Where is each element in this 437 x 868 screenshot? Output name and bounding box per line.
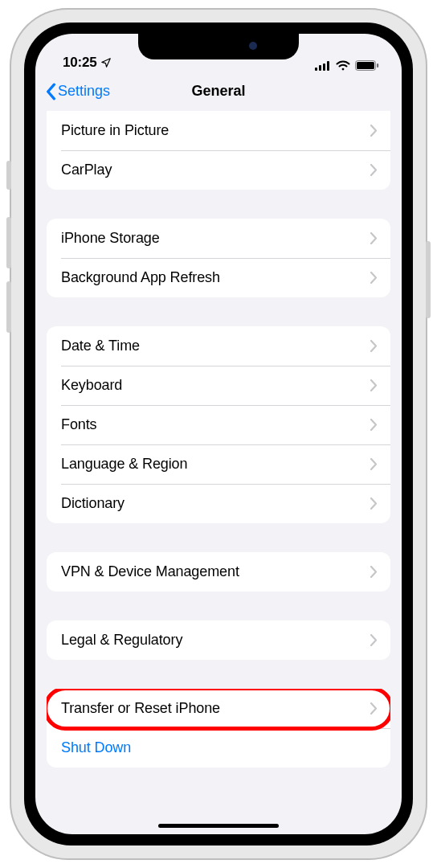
device-frame: 10:25 (10, 8, 427, 860)
settings-group: Date & Time Keyboard Fonts Language & Re… (47, 326, 390, 523)
side-button-mute (6, 161, 11, 190)
row-carplay[interactable]: CarPlay (47, 150, 390, 190)
settings-group: Picture in Picture CarPlay (47, 111, 390, 190)
chevron-right-icon (370, 379, 378, 391)
row-keyboard[interactable]: Keyboard (47, 366, 390, 405)
row-label: CarPlay (61, 162, 370, 178)
row-fonts[interactable]: Fonts (47, 405, 390, 444)
row-label: VPN & Device Management (61, 563, 370, 580)
row-date-time[interactable]: Date & Time (47, 326, 390, 366)
row-label: Background App Refresh (61, 269, 370, 286)
front-camera (249, 42, 257, 50)
settings-content[interactable]: Picture in Picture CarPlay iPhone Storag… (35, 111, 402, 834)
wifi-icon (336, 60, 350, 71)
row-label: Fonts (61, 416, 370, 433)
row-transfer-reset-iphone[interactable]: Transfer or Reset iPhone (47, 689, 390, 728)
chevron-right-icon (370, 458, 378, 470)
chevron-left-icon (45, 83, 56, 100)
back-label: Settings (58, 83, 110, 100)
row-label: Shut Down (61, 739, 378, 756)
side-button-vol-up (6, 217, 11, 268)
chevron-right-icon (370, 232, 378, 244)
row-background-app-refresh[interactable]: Background App Refresh (47, 258, 390, 297)
chevron-right-icon (370, 566, 378, 578)
svg-rect-5 (357, 62, 374, 69)
side-button-power (426, 241, 431, 318)
row-picture-in-picture[interactable]: Picture in Picture (47, 111, 390, 150)
svg-rect-6 (377, 63, 378, 68)
row-label: iPhone Storage (61, 230, 370, 247)
side-button-vol-down (6, 281, 11, 333)
row-vpn-device-management[interactable]: VPN & Device Management (47, 552, 390, 592)
chevron-right-icon (370, 634, 378, 646)
row-label: Transfer or Reset iPhone (61, 700, 370, 717)
row-label: Legal & Regulatory (61, 632, 370, 649)
row-label: Date & Time (61, 338, 370, 354)
location-arrow-icon (100, 57, 112, 68)
svg-rect-1 (319, 65, 321, 71)
settings-group: VPN & Device Management (47, 552, 390, 592)
row-label: Picture in Picture (61, 122, 370, 139)
battery-icon (355, 60, 379, 71)
chevron-right-icon (370, 497, 378, 510)
chevron-right-icon (370, 125, 378, 137)
chevron-right-icon (370, 272, 378, 284)
chevron-right-icon (370, 340, 378, 352)
status-time: 10:25 (63, 55, 96, 71)
chevron-right-icon (370, 164, 378, 176)
row-shut-down[interactable]: Shut Down (47, 728, 390, 768)
settings-group: iPhone Storage Background App Refresh (47, 219, 390, 297)
nav-bar: Settings General (35, 72, 402, 111)
row-language-region[interactable]: Language & Region (47, 444, 390, 484)
notch (138, 34, 299, 59)
screen: 10:25 (35, 34, 402, 834)
svg-rect-2 (323, 63, 325, 71)
row-label: Keyboard (61, 377, 370, 394)
row-iphone-storage[interactable]: iPhone Storage (47, 219, 390, 258)
row-dictionary[interactable]: Dictionary (47, 484, 390, 523)
cellular-signal-icon (315, 61, 331, 71)
svg-rect-3 (327, 61, 329, 71)
back-button[interactable]: Settings (45, 83, 110, 100)
row-label: Dictionary (61, 495, 370, 512)
row-legal-regulatory[interactable]: Legal & Regulatory (47, 620, 390, 660)
settings-group: Legal & Regulatory (47, 620, 390, 660)
row-label: Language & Region (61, 456, 370, 473)
svg-rect-0 (315, 68, 317, 71)
chevron-right-icon (370, 702, 378, 714)
home-indicator[interactable] (158, 824, 279, 828)
settings-group: Transfer or Reset iPhone Shut Down (47, 689, 390, 768)
chevron-right-icon (370, 419, 378, 431)
